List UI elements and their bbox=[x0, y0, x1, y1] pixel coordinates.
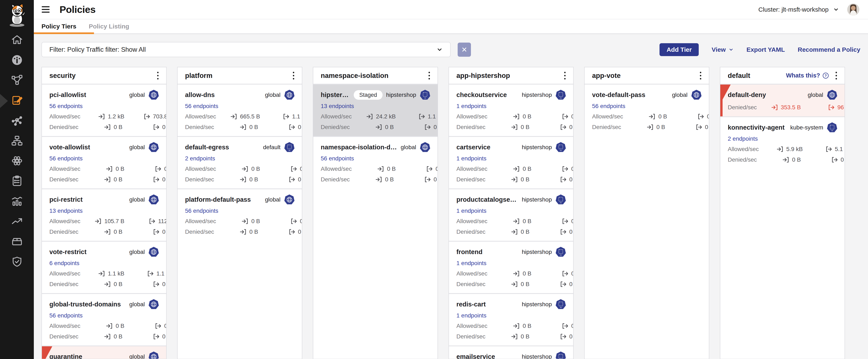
sidebar-item-hierarchy[interactable] bbox=[10, 134, 24, 147]
policy-card-checkoutservice[interactable]: checkoutservicehipstershopns1 endpointsA… bbox=[449, 84, 573, 136]
user-avatar[interactable] bbox=[847, 3, 859, 16]
endpoints-link[interactable]: 13 endpoints bbox=[321, 103, 354, 109]
endpoints-link[interactable]: 56 endpoints bbox=[592, 103, 625, 109]
policy-card-frontend[interactable]: frontendhipstershopns1 endpointsAllowed/… bbox=[449, 241, 573, 293]
sidebar-item-trends[interactable] bbox=[10, 215, 24, 228]
ingress-value: 0 B bbox=[350, 176, 394, 183]
tier-help-link[interactable]: Whats this?? bbox=[786, 72, 829, 79]
egress-icon bbox=[562, 165, 569, 172]
policy-card-allow-dns[interactable]: allow-dnsglobal56 endpointsAllowed/sec66… bbox=[178, 84, 302, 136]
scope-label: hipstershop bbox=[522, 353, 552, 359]
endpoints-link[interactable]: 56 endpoints bbox=[185, 103, 218, 109]
endpoints-link[interactable]: 1 endpoints bbox=[456, 260, 487, 267]
scope-label: global bbox=[265, 92, 280, 98]
ingress-icon bbox=[511, 176, 518, 183]
policy-card-namespace-isolation-default-p[interactable]: namespace-isolation-default-p…global56 e… bbox=[313, 136, 437, 188]
menu-icon[interactable] bbox=[42, 6, 51, 13]
policy-card-platform-default-pass[interactable]: platform-default-passglobal56 endpointsA… bbox=[178, 188, 302, 241]
export-yaml-button[interactable]: Export YAML bbox=[746, 46, 785, 53]
endpoints-link[interactable]: 1 endpoints bbox=[456, 103, 487, 109]
card-scope: global bbox=[126, 351, 159, 359]
clear-filter-button[interactable]: ✕ bbox=[458, 43, 471, 57]
policy-name: default-egress bbox=[185, 143, 229, 151]
card-scope: global bbox=[126, 247, 159, 257]
cluster-selector[interactable]: Cluster: jlt-msft-workshop bbox=[758, 6, 839, 13]
sidebar-item-home[interactable] bbox=[10, 33, 24, 47]
endpoints-link[interactable]: 6 endpoints bbox=[50, 260, 80, 267]
sidebar-item-compliance[interactable] bbox=[10, 174, 24, 188]
svg-text:ns: ns bbox=[560, 97, 562, 99]
policy-card-cartservice[interactable]: cartservicehipstershopns1 endpointsAllow… bbox=[449, 136, 573, 188]
policy-card-pci-allowlist[interactable]: pci-allowlistglobal56 endpointsAllowed/s… bbox=[42, 84, 166, 136]
endpoints-link[interactable]: 56 endpoints bbox=[50, 155, 83, 162]
policy-card-default-egress[interactable]: default-egressdefaultns2 endpointsAllowe… bbox=[178, 136, 302, 188]
policy-card-hipstershop-gh[interactable]: hipstershop-gh…Stagedhipstershopns13 end… bbox=[313, 84, 437, 136]
top-bar: Policies Cluster: jlt-msft-workshop bbox=[34, 0, 868, 19]
egress-icon bbox=[147, 270, 154, 277]
namespace-scope-icon: ns bbox=[284, 142, 295, 153]
sidebar-item-packages[interactable] bbox=[10, 235, 24, 248]
tab-policy-listing[interactable]: Policy Listing bbox=[89, 19, 129, 33]
endpoints-link[interactable]: 13 endpoints bbox=[50, 208, 83, 214]
egress-icon bbox=[153, 333, 160, 340]
endpoints-link[interactable]: 2 endpoints bbox=[185, 155, 215, 162]
ingress-value: 105.7 B bbox=[80, 218, 124, 225]
policy-card-konnectivity-agent[interactable]: konnectivity-agentkube-systemns2 endpoin… bbox=[720, 116, 844, 169]
policy-card-pci-restrict[interactable]: pci-restrictglobal13 endpointsAllowed/se… bbox=[42, 188, 166, 241]
tier-kebab-button[interactable] bbox=[697, 70, 704, 81]
endpoints-link[interactable]: 1 endpoints bbox=[456, 155, 487, 162]
egress-icon bbox=[697, 113, 704, 120]
tab-policy-tiers[interactable]: Policy Tiers bbox=[41, 19, 76, 33]
staged-badge: Staged bbox=[354, 90, 383, 100]
tier-kebab-button[interactable] bbox=[562, 70, 568, 81]
sidebar-item-policies[interactable] bbox=[10, 94, 24, 107]
tier-kebab-button[interactable] bbox=[833, 70, 840, 81]
policy-card-emailservice[interactable]: emailservicehipstershopns1 endpointsAllo… bbox=[449, 346, 573, 359]
sidebar-item-service-graph[interactable] bbox=[10, 74, 24, 87]
sidebar-item-cluster[interactable] bbox=[10, 154, 24, 167]
ingress-icon bbox=[98, 270, 105, 277]
scope-icon-wrap: ns bbox=[555, 299, 566, 310]
home-icon bbox=[11, 34, 23, 46]
endpoints-link[interactable]: 2 endpoints bbox=[728, 135, 758, 142]
stat-label: Denied/sec bbox=[456, 176, 486, 183]
endpoints-link[interactable]: 56 endpoints bbox=[185, 208, 218, 214]
sidebar-item-network-graph[interactable] bbox=[10, 114, 24, 127]
globe-scope-icon bbox=[827, 89, 837, 100]
egress-value: 0 B bbox=[266, 176, 302, 183]
view-menu-button[interactable]: View bbox=[712, 46, 734, 53]
endpoints-link[interactable]: 56 endpoints bbox=[321, 155, 354, 162]
policy-card-vote-default-pass[interactable]: vote-default-passglobal56 endpointsAllow… bbox=[585, 84, 709, 136]
tier-kebab-button[interactable] bbox=[290, 70, 297, 81]
endpoints-link[interactable]: 1 endpoints bbox=[456, 208, 487, 214]
endpoints-link[interactable]: 1 endpoints bbox=[456, 312, 487, 319]
calico-cat-logo[interactable] bbox=[0, 0, 34, 27]
endpoints-link[interactable]: 56 endpoints bbox=[50, 103, 83, 109]
sidebar-item-threat-defense[interactable] bbox=[10, 255, 24, 268]
endpoints-link[interactable]: 56 endpoints bbox=[50, 312, 83, 319]
egress-value: 0 B bbox=[539, 218, 574, 225]
policy-filter-select[interactable]: Filter: Policy Traffic filter: Show All bbox=[41, 42, 451, 57]
policy-card-global-trusted-domains[interactable]: global-trusted-domainsglobal56 endpoints… bbox=[42, 293, 166, 346]
sidebar-item-timeline[interactable] bbox=[10, 194, 24, 208]
policy-card-vote-allowlist[interactable]: vote-allowlistglobal56 endpointsAllowed/… bbox=[42, 136, 166, 188]
svg-text:ns: ns bbox=[831, 130, 833, 132]
kebab-menu-icon bbox=[699, 71, 702, 80]
tier-kebab-button[interactable] bbox=[155, 70, 161, 81]
policy-card-productcatalogservice[interactable]: productcatalogservicehipstershopns1 endp… bbox=[449, 188, 573, 241]
tier-kebab-button[interactable] bbox=[426, 70, 433, 81]
policy-card-vote-restrict[interactable]: vote-restrictglobal6 endpointsAllowed/se… bbox=[42, 241, 166, 293]
ingress-value: 0 B bbox=[79, 228, 122, 236]
add-tier-button[interactable]: Add Tier bbox=[659, 43, 699, 56]
egress-value: 703.8 B bbox=[132, 113, 166, 120]
egress-icon bbox=[290, 165, 297, 172]
recommend-policy-button[interactable]: Recommend a Policy bbox=[798, 46, 860, 53]
policy-card-default-deny[interactable]: default-denyglobalDenied/sec353.5 B96 B bbox=[720, 84, 844, 116]
card-name-row: global-trusted-domainsglobal bbox=[50, 299, 159, 310]
sidebar-item-dashboard[interactable] bbox=[10, 53, 24, 67]
tier-name: namespace-isolation bbox=[321, 72, 389, 80]
tier-column-namespace-isolation: namespace-isolationhipstershop-gh…Staged… bbox=[313, 67, 438, 359]
policy-card-quarantine[interactable]: quarantineglobal0 endpoints bbox=[42, 346, 166, 359]
ingress-icon bbox=[242, 165, 249, 172]
policy-card-redis-cart[interactable]: redis-carthipstershopns1 endpointsAllowe… bbox=[449, 293, 573, 346]
